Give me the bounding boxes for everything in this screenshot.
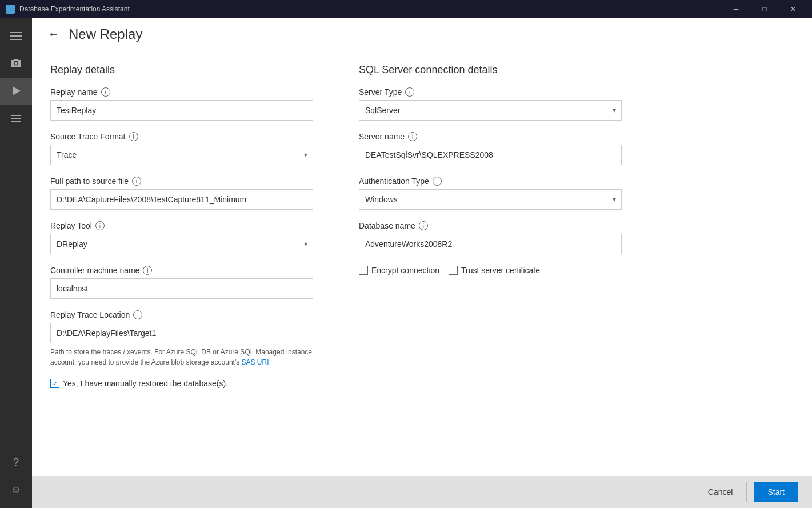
server-name-label: Server name i xyxy=(359,132,622,141)
sidebar-item-capture[interactable] xyxy=(0,50,32,78)
svg-rect-1 xyxy=(10,35,22,37)
security-checkboxes-row: Encrypt connection Trust server certific… xyxy=(359,266,622,275)
full-path-info-icon[interactable]: i xyxy=(132,177,141,186)
sidebar-item-analysis[interactable] xyxy=(0,105,32,133)
replay-tool-label: Replay Tool i xyxy=(50,221,313,230)
replay-name-label: Replay name i xyxy=(50,87,313,97)
encrypt-connection-item[interactable]: Encrypt connection xyxy=(359,266,439,275)
sidebar-item-menu[interactable] xyxy=(0,23,32,50)
replay-trace-location-group: Replay Trace Location i Path to store th… xyxy=(50,310,313,367)
svg-rect-6 xyxy=(11,121,21,122)
list-icon xyxy=(10,113,22,126)
bottom-bar: Cancel Start xyxy=(32,476,812,508)
controller-machine-group: Controller machine name i xyxy=(50,266,313,299)
sas-uri-link[interactable]: SAS URI xyxy=(242,358,269,366)
server-type-label: Server Type i xyxy=(359,87,622,97)
server-type-select[interactable]: SqlServer AzureSqlDb AzureSqlManagedInst… xyxy=(359,100,622,121)
page-header: ← New Replay xyxy=(32,18,812,50)
replay-tool-select[interactable]: DReplay InBuiltReplay xyxy=(50,234,313,254)
replay-trace-location-input[interactable] xyxy=(50,323,313,343)
right-form-column: SQL Server connection details Server Typ… xyxy=(359,64,622,462)
svg-rect-4 xyxy=(11,115,21,116)
server-type-group: Server Type i SqlServer AzureSqlDb Azure… xyxy=(359,87,622,121)
auth-type-group: Authentication Type i Windows SqlServer … xyxy=(359,177,622,210)
auth-type-select[interactable]: Windows SqlServer xyxy=(359,189,622,210)
controller-machine-info-icon[interactable]: i xyxy=(143,266,152,275)
full-path-input[interactable] xyxy=(50,189,313,210)
controller-machine-input[interactable] xyxy=(50,278,313,299)
replay-name-group: Replay name i xyxy=(50,87,313,121)
full-path-group: Full path to source file i xyxy=(50,177,313,210)
start-button[interactable]: Start xyxy=(754,482,798,502)
left-form-column: Replay details Replay name i Source Trac… xyxy=(50,64,313,462)
sql-connection-title: SQL Server connection details xyxy=(359,64,622,76)
svg-rect-2 xyxy=(10,39,22,40)
sidebar: ? ☺ xyxy=(0,18,32,508)
full-path-label: Full path to source file i xyxy=(50,177,313,186)
server-type-info-icon[interactable]: i xyxy=(405,87,414,97)
page-title: New Replay xyxy=(69,26,142,42)
replay-tool-select-wrapper: DReplay InBuiltReplay ▾ xyxy=(50,234,313,254)
auth-type-select-wrapper: Windows SqlServer ▾ xyxy=(359,189,622,210)
restore-checkbox-label: Yes, I have manually restored the databa… xyxy=(63,379,228,388)
trust-server-cert-item[interactable]: Trust server certificate xyxy=(449,266,540,275)
replay-details-title: Replay details xyxy=(50,64,313,76)
restore-checkbox[interactable] xyxy=(50,379,59,388)
restore-checkbox-group: Yes, I have manually restored the databa… xyxy=(50,379,313,388)
trust-server-cert-label: Trust server certificate xyxy=(461,266,540,275)
titlebar: Database Experimentation Assistant ─ □ ✕ xyxy=(0,0,812,18)
app-title: Database Experimentation Assistant xyxy=(19,5,718,13)
help-icon: ? xyxy=(13,457,19,469)
replay-trace-location-helper: Path to store the traces / xevents. For … xyxy=(50,347,313,367)
menu-icon xyxy=(10,30,22,43)
form-area: Replay details Replay name i Source Trac… xyxy=(32,50,812,476)
auth-type-info-icon[interactable]: i xyxy=(433,177,442,186)
cancel-button[interactable]: Cancel xyxy=(694,482,747,502)
replay-tool-info-icon[interactable]: i xyxy=(95,221,105,230)
source-trace-format-select[interactable]: Trace XEvents xyxy=(50,145,313,165)
server-name-info-icon[interactable]: i xyxy=(408,132,417,141)
window-controls: ─ □ ✕ xyxy=(723,0,806,18)
svg-rect-0 xyxy=(10,32,22,33)
database-name-label: Database name i xyxy=(359,221,622,230)
sidebar-item-feedback[interactable]: ☺ xyxy=(0,476,32,503)
app-body: ? ☺ ← New Replay Replay details Replay n… xyxy=(0,18,812,508)
controller-machine-label: Controller machine name i xyxy=(50,266,313,275)
replay-tool-group: Replay Tool i DReplay InBuiltReplay ▾ xyxy=(50,221,313,254)
database-name-info-icon[interactable]: i xyxy=(419,221,428,230)
content-area: ← New Replay Replay details Replay name … xyxy=(32,18,812,508)
server-type-select-wrapper: SqlServer AzureSqlDb AzureSqlManagedInst… xyxy=(359,100,622,121)
replay-name-info-icon[interactable]: i xyxy=(101,87,110,97)
encrypt-connection-label: Encrypt connection xyxy=(371,266,439,275)
server-name-group: Server name i xyxy=(359,132,622,165)
source-trace-format-info-icon[interactable]: i xyxy=(129,132,138,141)
back-button[interactable]: ← xyxy=(46,25,62,43)
minimize-button[interactable]: ─ xyxy=(723,0,749,18)
svg-marker-3 xyxy=(13,86,21,95)
feedback-icon: ☺ xyxy=(11,484,21,496)
maximize-button[interactable]: □ xyxy=(751,0,778,18)
svg-rect-5 xyxy=(11,118,21,119)
encrypt-connection-checkbox[interactable] xyxy=(359,266,368,275)
sidebar-item-replay[interactable] xyxy=(0,78,32,105)
sidebar-item-help[interactable]: ? xyxy=(0,449,32,476)
camera-icon xyxy=(10,58,22,71)
replay-trace-location-info-icon[interactable]: i xyxy=(133,310,142,319)
app-icon xyxy=(6,5,15,14)
close-button[interactable]: ✕ xyxy=(780,0,806,18)
source-trace-format-label: Source Trace Format i xyxy=(50,132,313,141)
replay-name-input[interactable] xyxy=(50,100,313,121)
database-name-input[interactable] xyxy=(359,234,622,254)
database-name-group: Database name i xyxy=(359,221,622,254)
auth-type-label: Authentication Type i xyxy=(359,177,622,186)
server-name-input[interactable] xyxy=(359,145,622,165)
trust-server-cert-checkbox[interactable] xyxy=(449,266,458,275)
restore-checkbox-item[interactable]: Yes, I have manually restored the databa… xyxy=(50,379,313,388)
play-icon xyxy=(10,85,22,98)
source-trace-format-group: Source Trace Format i Trace XEvents ▾ xyxy=(50,132,313,165)
security-checkboxes-group: Encrypt connection Trust server certific… xyxy=(359,266,622,275)
source-trace-format-select-wrapper: Trace XEvents ▾ xyxy=(50,145,313,165)
replay-trace-location-label: Replay Trace Location i xyxy=(50,310,313,319)
